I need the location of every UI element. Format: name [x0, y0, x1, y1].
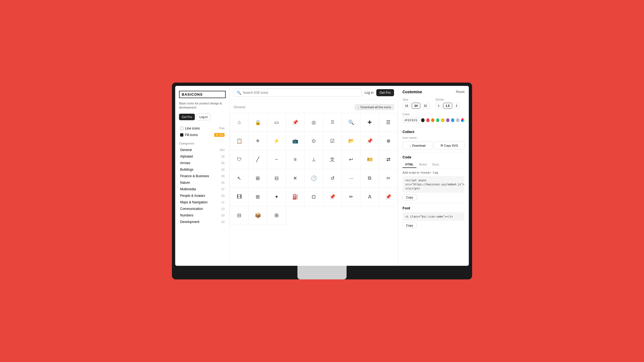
icon-cell[interactable]: 🛡 [230, 150, 249, 169]
color-swatch-gray[interactable] [456, 118, 459, 122]
icon-cell[interactable]: 📌 [379, 188, 398, 206]
icon-cell[interactable]: ⇄ [379, 150, 398, 169]
icon-cell[interactable]: 🔒 [249, 113, 267, 132]
color-swatch-black[interactable] [421, 118, 424, 122]
icon-cell[interactable]: 📌 [323, 188, 342, 206]
topbar-get-pro-button[interactable]: Get Pro [376, 89, 394, 96]
icon-cell[interactable]: ⊞ [267, 206, 286, 225]
category-item[interactable]: Multimedia37 [179, 186, 226, 192]
icon-cell[interactable]: ⠿ [323, 113, 342, 132]
download-button[interactable]: ↓ Download [402, 141, 433, 149]
search-input[interactable] [243, 91, 359, 95]
icon-cell[interactable]: 📦 [249, 206, 267, 225]
stroke-option-2[interactable]: 2 [453, 103, 460, 109]
icon-cell[interactable]: ✂ [379, 169, 398, 188]
code-tab-docs[interactable]: Docs [430, 161, 442, 168]
icon-cell[interactable]: ✚ [360, 113, 379, 132]
category-item[interactable]: Nature15 [179, 179, 226, 186]
icon-cell[interactable]: ≡ [286, 150, 305, 169]
category-item[interactable]: Alphabet26 [179, 153, 226, 160]
icon-cell[interactable]: ╱ [249, 150, 267, 169]
color-swatch-blue[interactable] [451, 118, 454, 122]
fill-icons-toggle[interactable]: Fill icons ⭐ Pro [179, 132, 226, 138]
stroke-option-1[interactable]: 1 [436, 103, 442, 109]
section-title: General [234, 105, 245, 109]
category-item[interactable]: Numbers10 [179, 212, 226, 219]
icon-cell[interactable]: ⚡ [267, 132, 286, 150]
icon-cell[interactable]: A [360, 188, 379, 206]
copy-svg-button[interactable]: ⧉ Copy SVG [434, 141, 465, 149]
icon-cell[interactable]: ↺ [323, 169, 342, 188]
icon-cell[interactable]: ◎ [305, 113, 323, 132]
category-item[interactable]: General450 [179, 147, 226, 153]
category-item[interactable]: Communication13 [179, 206, 226, 212]
icon-cell[interactable]: ↖ [230, 169, 249, 188]
copy-icon: ⧉ [441, 144, 443, 147]
color-hex-value[interactable]: #FEFEFE [402, 117, 419, 123]
icon-cell[interactable]: 🎫 [360, 150, 379, 169]
search-bar[interactable]: 🔍 [234, 89, 362, 97]
icon-cell[interactable]: ⊥ [305, 150, 323, 169]
icon-cell[interactable]: ⊗ [379, 132, 398, 150]
icon-cell[interactable]: ✏ [342, 188, 360, 206]
icon-cell[interactable]: ⊟ [230, 206, 249, 225]
sidebar-login-button[interactable]: Log in [196, 114, 211, 120]
code-tab-react[interactable]: React [416, 161, 430, 168]
copy-font-button[interactable]: Copy [402, 222, 417, 228]
icon-cell[interactable]: ⊟ [267, 169, 286, 188]
color-swatch-yellow[interactable] [441, 118, 444, 122]
category-item[interactable]: Finance & Business20 [179, 173, 226, 179]
size-option-32[interactable]: 32 [421, 103, 430, 109]
icon-cell[interactable]: 📌 [360, 132, 379, 150]
monitor-frame: BASICONS Basic icons for product design … [172, 83, 472, 279]
color-swatch-purple[interactable] [446, 118, 449, 122]
icon-cell[interactable]: ✦ [267, 188, 286, 206]
size-option-24[interactable]: 24 [412, 103, 420, 109]
icon-cell[interactable]: 🎞 [230, 188, 249, 206]
icon-cell[interactable]: ⊡ [305, 188, 323, 206]
right-panel: Customise Reset Size 162432 Stroke 11.52 [398, 86, 469, 266]
icon-cell[interactable]: ⊞ [249, 169, 267, 188]
icon-cell[interactable]: ⧉ [360, 169, 379, 188]
icon-cell[interactable]: 📌 [286, 113, 305, 132]
category-item[interactable]: Development10 [179, 219, 226, 225]
icon-cell[interactable]: ☑ [323, 132, 342, 150]
stroke-option-1.5[interactable]: 1.5 [443, 103, 452, 109]
icon-cell[interactable]: ⊙ [305, 132, 323, 150]
icon-cell[interactable]: ✳ [249, 132, 267, 150]
download-all-button[interactable]: ↓ Download all line icons [355, 104, 394, 110]
color-swatch-green[interactable] [436, 118, 439, 122]
icon-cell[interactable]: 🕐 [305, 169, 323, 188]
size-option-16[interactable]: 16 [402, 103, 411, 109]
category-item[interactable]: Maps & Navigation11 [179, 199, 226, 206]
icon-cell[interactable]: − [267, 150, 286, 169]
topbar-login-button[interactable]: Log in [365, 91, 374, 95]
icon-cell[interactable]: ⌂ [230, 113, 249, 132]
free-badge: Free [219, 127, 225, 130]
fill-icons-checkbox[interactable] [180, 133, 183, 137]
icon-cell[interactable]: ✕ [286, 169, 305, 188]
icon-cell[interactable]: ⊞ [249, 188, 267, 206]
icon-cell[interactable]: ⋯ [342, 169, 360, 188]
code-tab-html[interactable]: HTML [402, 161, 416, 168]
color-swatch-red[interactable] [426, 118, 430, 122]
category-item[interactable]: Arrows55 [179, 160, 226, 166]
icon-cell[interactable]: ▭ [267, 113, 286, 132]
line-icons-checkbox[interactable] [180, 127, 183, 130]
icon-cell[interactable]: 📂 [342, 132, 360, 150]
category-item[interactable]: Buildings19 [179, 166, 226, 173]
icon-cell[interactable]: 📺 [286, 132, 305, 150]
icon-cell[interactable]: 文 [323, 150, 342, 169]
icon-cell[interactable]: ↩ [342, 150, 360, 169]
color-swatch-rainbow[interactable] [461, 118, 464, 122]
color-swatch-orange[interactable] [431, 118, 434, 122]
category-item[interactable]: People & Avatars20 [179, 192, 226, 199]
sidebar-get-pro-button[interactable]: Get Pro [179, 114, 195, 120]
copy-code-button[interactable]: Copy [402, 194, 417, 200]
line-icons-toggle[interactable]: Line icons Free [179, 125, 226, 132]
icon-cell[interactable]: ⛽ [286, 188, 305, 206]
icon-cell[interactable]: 📋 [230, 132, 249, 150]
icon-cell[interactable]: ☰ [379, 113, 398, 132]
reset-button[interactable]: Reset [456, 90, 464, 94]
icon-cell[interactable]: 🔍 [342, 113, 360, 132]
